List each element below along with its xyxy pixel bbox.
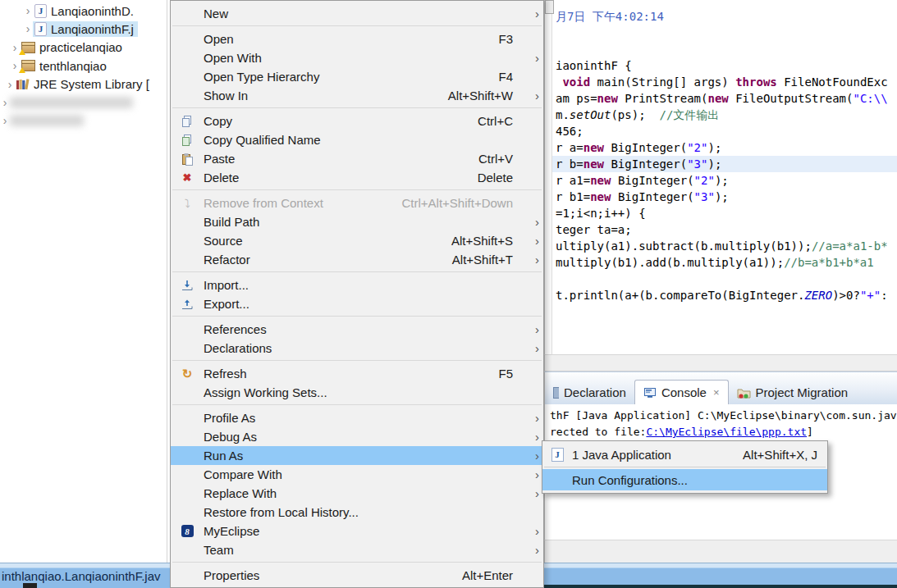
menu-item-source[interactable]: SourceAlt+Shift+S› bbox=[171, 231, 543, 250]
menu-item-new[interactable]: New› bbox=[171, 4, 543, 23]
menu-item-refresh[interactable]: ↻RefreshF5 bbox=[171, 364, 543, 383]
tree-expander-chevron-icon[interactable]: › bbox=[23, 20, 33, 38]
tree-item-lanqiaoninthf-j[interactable]: ›JLanqiaoninthF.j bbox=[23, 20, 138, 38]
submenu-arrow-icon: › bbox=[528, 215, 539, 229]
menu-item-myeclipse[interactable]: 8MyEclipse› bbox=[171, 522, 543, 540]
menu-item-profile-as[interactable]: Profile As› bbox=[171, 408, 543, 427]
tree-item-tenthlanqiao[interactable]: ›tenthlanqiao bbox=[10, 57, 111, 75]
close-tab-icon[interactable]: × bbox=[713, 386, 720, 399]
tab-declaration[interactable]: Declaration bbox=[545, 381, 634, 404]
context-menu: New›OpenF3Open With›Open Type HierarchyF… bbox=[170, 0, 544, 588]
menu-item-icon-cell bbox=[171, 134, 204, 147]
menu-item-remove-from-context[interactable]: ⤵Remove from ContextCtrl+Alt+Shift+Down bbox=[171, 194, 543, 212]
menu-item-replace-with[interactable]: Replace With› bbox=[171, 484, 543, 503]
code-line: r a1=new BigInteger("2"); bbox=[556, 172, 729, 189]
menu-item-label: Debug As bbox=[204, 430, 528, 444]
tab-console[interactable]: Console× bbox=[634, 380, 729, 404]
editor-scrollbar-band[interactable] bbox=[544, 354, 897, 371]
code-token: =1;i<n;i++) { bbox=[556, 207, 646, 220]
menu-item-accelerator: F3 bbox=[498, 32, 513, 46]
code-line: multiply(b1).add(b.multiply(a1));//b=a*b… bbox=[556, 254, 874, 271]
menu-item-refactor[interactable]: RefactorAlt+Shift+T› bbox=[171, 250, 543, 269]
console-scrollbar-band[interactable] bbox=[544, 540, 897, 563]
submenu-item-run-configurations[interactable]: Run Configurations... bbox=[542, 469, 827, 490]
menu-item-show-in[interactable]: Show InAlt+Shift+W› bbox=[171, 86, 543, 105]
menu-item-restore-from-local-history[interactable]: Restore from Local History... bbox=[171, 503, 543, 522]
code-token: 456; bbox=[556, 125, 584, 138]
menu-separator bbox=[171, 105, 543, 112]
code-token: ultiply(a1).subtract(b.multiply(b1)); bbox=[556, 239, 812, 253]
run-as-submenu: J1 Java ApplicationAlt+Shift+X, JRun Con… bbox=[542, 440, 828, 494]
code-line: r b=new BigInteger("3"); bbox=[556, 156, 721, 172]
menu-item-import[interactable]: Import... bbox=[171, 276, 543, 294]
menu-item-export[interactable]: Export... bbox=[171, 294, 543, 313]
menu-item-copy-qualified-name[interactable]: Copy Qualified Name bbox=[171, 130, 543, 149]
code-token: //a=a*a1-b* bbox=[812, 239, 888, 253]
console-tab-bar: DeclarationConsole×Project Migration bbox=[544, 371, 897, 404]
tree-item-lanqiaoninthd[interactable]: ›JLanqiaoninthD. bbox=[23, 2, 138, 20]
code-token: "+" bbox=[860, 289, 881, 302]
submenu-arrow-icon: › bbox=[528, 234, 539, 248]
export-icon bbox=[181, 298, 194, 311]
tree-expander-chevron-icon[interactable]: › bbox=[0, 112, 10, 130]
menu-item-run-as[interactable]: Run As› bbox=[171, 446, 543, 465]
console-file-link[interactable]: C:\MyEclipse\file\ppp.txt bbox=[646, 426, 807, 438]
code-token: ZERO bbox=[804, 289, 832, 302]
code-token: new bbox=[584, 141, 604, 154]
menu-item-paste[interactable]: PasteCtrl+V bbox=[171, 149, 543, 168]
menu-item-open-with[interactable]: Open With› bbox=[171, 48, 543, 67]
menu-item-label: Export... bbox=[204, 297, 528, 311]
tree-item-practicelanqiao[interactable]: ›practicelanqiao bbox=[10, 39, 126, 57]
menu-item-label: Refactor bbox=[204, 253, 452, 267]
tree-item-jre-system-library[interactable]: ›JRE System Library [ bbox=[5, 75, 153, 93]
menu-separator bbox=[171, 559, 543, 566]
menu-item-team[interactable]: Team› bbox=[171, 540, 543, 559]
menu-item-open[interactable]: OpenF3 bbox=[171, 30, 543, 48]
submenu-arrow-icon: › bbox=[528, 467, 539, 481]
submenu-arrow-icon: › bbox=[528, 430, 539, 444]
menu-item-label: Source bbox=[204, 234, 451, 248]
tab-label: Declaration bbox=[564, 385, 626, 399]
submenu-arrow-icon: › bbox=[528, 253, 539, 267]
tab-project-migration[interactable]: Project Migration bbox=[729, 381, 857, 404]
menu-item-properties[interactable]: PropertiesAlt+Enter bbox=[171, 566, 543, 585]
paste-icon bbox=[181, 153, 194, 166]
tree-item-redacted[interactable]: › bbox=[0, 112, 84, 130]
submenu-item-1-java-application[interactable]: J1 Java ApplicationAlt+Shift+X, J bbox=[542, 444, 827, 465]
tree-item-body: tenthlanqiao bbox=[20, 58, 111, 74]
tree-item-body: practicelanqiao bbox=[20, 39, 126, 55]
code-line: m.setOut(ps); //文件输出 bbox=[556, 107, 719, 123]
menu-item-references[interactable]: References› bbox=[171, 320, 543, 339]
console-line: rected to file:C:\MyEclipse\file\ppp.txt… bbox=[550, 424, 813, 440]
menu-item-accelerator: Alt+Shift+S bbox=[451, 234, 513, 248]
menu-item-label: New bbox=[204, 7, 528, 21]
code-token: m. bbox=[556, 108, 570, 121]
statusbar-dark-strip bbox=[544, 585, 897, 588]
code-token: 月7日 下午4:02:14 bbox=[556, 10, 664, 23]
menu-item-open-type-hierarchy[interactable]: Open Type HierarchyF4 bbox=[171, 67, 543, 86]
menu-item-compare-with[interactable]: Compare With› bbox=[171, 465, 543, 484]
java-editor[interactable]: 月7日 下午4:02:14iaoninthF { void main(Strin… bbox=[544, 0, 897, 354]
menu-item-debug-as[interactable]: Debug As› bbox=[171, 427, 543, 446]
java-app-icon: J bbox=[551, 448, 564, 462]
tree-expander-chevron-icon[interactable]: › bbox=[5, 75, 15, 93]
code-line: am ps=new PrintStream(new FileOutputStre… bbox=[556, 90, 888, 107]
menu-item-delete[interactable]: ✖DeleteDelete bbox=[171, 168, 543, 187]
menu-item-label: Copy Qualified Name bbox=[204, 133, 528, 147]
migration-icon bbox=[737, 387, 751, 399]
menu-item-declarations[interactable]: Declarations› bbox=[171, 339, 543, 358]
code-line: ultiply(a1).subtract(b.multiply(b1));//a… bbox=[556, 238, 888, 254]
java-class-icon: J bbox=[34, 4, 47, 18]
menu-item-assign-working-sets[interactable]: Assign Working Sets... bbox=[171, 383, 543, 402]
menu-item-label: Copy bbox=[204, 114, 478, 128]
menu-item-label: Show In bbox=[204, 89, 448, 103]
tree-item-redacted[interactable]: › bbox=[0, 93, 133, 112]
submenu-item-label: 1 Java Application bbox=[572, 448, 671, 462]
menu-item-copy[interactable]: CopyCtrl+C bbox=[171, 112, 543, 130]
menu-item-build-path[interactable]: Build Path› bbox=[171, 212, 543, 231]
submenu-arrow-icon: › bbox=[528, 341, 539, 355]
tree-expander-chevron-icon[interactable]: › bbox=[0, 93, 10, 112]
code-token: ); bbox=[715, 174, 729, 187]
tree-expander-chevron-icon[interactable]: › bbox=[23, 2, 33, 20]
code-token: ); bbox=[715, 190, 729, 203]
